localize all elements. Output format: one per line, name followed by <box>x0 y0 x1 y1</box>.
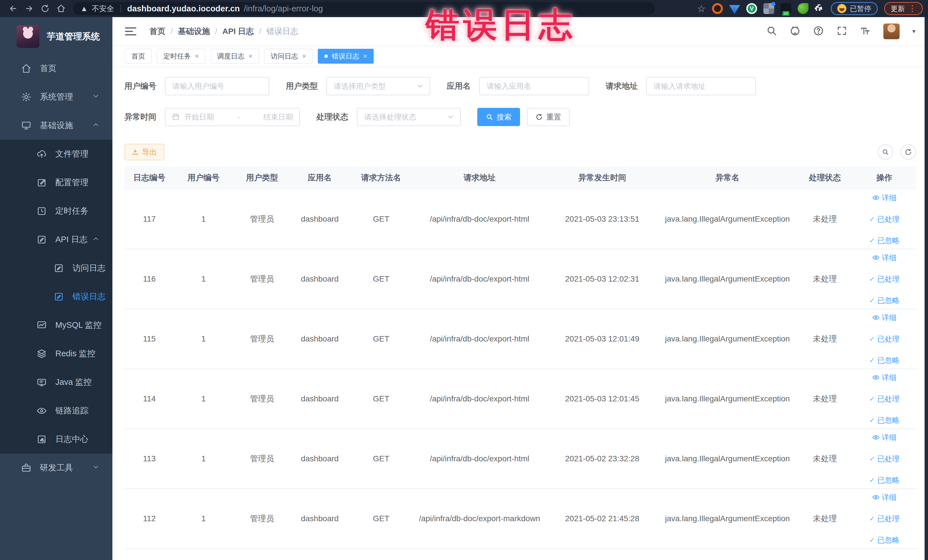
forward-icon[interactable] <box>21 2 37 15</box>
sidebar-item-infrastructure[interactable]: 基础设施 <box>0 111 112 140</box>
mark-processed-link[interactable]: ✓ 已处理 <box>869 394 899 404</box>
cell-actions: 详细 ✓ 已处理 ✓ 已忽略 <box>854 313 914 365</box>
close-icon[interactable]: × <box>302 53 306 60</box>
help-icon[interactable] <box>813 25 824 37</box>
sidebar-item-scheduled-jobs[interactable]: 定时任务 <box>0 197 112 225</box>
cell-actions: 详细 ✓ 已处理 ✓ 已忽略 <box>854 193 914 246</box>
detail-link[interactable]: 详细 <box>872 313 897 323</box>
process-status-label: 处理状态 <box>316 111 348 122</box>
sidebar-item-access-log[interactable]: 访问日志 <box>0 254 112 282</box>
user-id-input[interactable] <box>165 77 269 95</box>
sidebar-item-dev-tools[interactable]: 研发工具 <box>0 453 112 482</box>
tab-schedule-log[interactable]: 调度日志× <box>211 49 259 64</box>
mark-ignored-link[interactable]: ✓ 已忽略 <box>869 356 899 365</box>
process-status-select[interactable]: 请选择处理状态 <box>357 108 461 126</box>
refresh-table-button[interactable] <box>901 144 916 160</box>
fullscreen-icon[interactable] <box>836 25 847 37</box>
tab-error-log[interactable]: 错误日志× <box>318 49 374 64</box>
detail-link[interactable]: 详细 <box>872 193 897 203</box>
tab-home[interactable]: 首页 <box>125 49 152 64</box>
profile-emoji-icon <box>837 4 846 13</box>
security-label: 不安全 <box>92 4 114 14</box>
cell-user-id: 1 <box>174 454 233 463</box>
toolbox-icon <box>21 463 31 473</box>
app-name-input[interactable] <box>479 77 589 95</box>
breadcrumb-api-log[interactable]: API 日志 <box>223 26 254 37</box>
cell-request-url: /api/infra/db-doc/export-html <box>414 454 545 463</box>
cell-app-name: dashboard <box>291 215 348 224</box>
mark-processed-link[interactable]: ✓ 已处理 <box>869 334 899 344</box>
extension-icon-orange[interactable] <box>712 3 723 14</box>
sidebar-item-java-monitor[interactable]: Java 监控 <box>0 368 112 397</box>
extension-icon-leaf[interactable] <box>798 3 809 14</box>
profile-paused-chip[interactable]: 已暂停 <box>831 2 878 15</box>
url-bar[interactable]: ▲ 不安全 dashboard.yudao.iocoder.cn/infra/l… <box>73 2 655 15</box>
browser-menu-icon[interactable]: ⋮ <box>908 6 916 11</box>
cell-user-id: 1 <box>174 215 233 224</box>
sidebar-item-redis-monitor[interactable]: Redis 监控 <box>0 339 112 368</box>
sidebar-collapse-icon[interactable] <box>125 27 136 35</box>
search-button[interactable]: 搜索 <box>477 108 520 126</box>
extension-icon-grid[interactable] <box>763 3 774 14</box>
breadcrumb-home[interactable]: 首页 <box>150 26 165 37</box>
request-url-input[interactable] <box>646 77 756 95</box>
mark-processed-link[interactable]: ✓ 已处理 <box>869 514 899 524</box>
toggle-search-button[interactable] <box>878 144 893 160</box>
cell-process-status: 未处理 <box>796 334 854 344</box>
avatar-caret-icon[interactable]: ▾ <box>912 27 916 35</box>
sidebar-item-file-mgmt[interactable]: 文件管理 <box>0 140 112 168</box>
sidebar-item-system-mgmt[interactable]: 系统管理 <box>0 83 112 111</box>
breadcrumb-infrastructure[interactable]: 基础设施 <box>178 26 210 37</box>
detail-link[interactable]: 详细 <box>872 372 897 383</box>
update-chrome-button[interactable]: 更新 ⋮ <box>884 2 923 15</box>
home-icon <box>21 63 31 73</box>
detail-link[interactable]: 详细 <box>872 492 897 502</box>
sidebar-item-error-log[interactable]: 错误日志 <box>0 282 112 311</box>
reset-button[interactable]: 重置 <box>527 108 570 126</box>
export-button[interactable]: 导出 <box>124 144 164 160</box>
home-icon[interactable] <box>53 2 69 15</box>
cell-app-name: dashboard <box>291 454 348 463</box>
mark-ignored-link[interactable]: ✓ 已忽略 <box>869 415 899 425</box>
mark-processed-link[interactable]: ✓ 已处理 <box>869 274 899 284</box>
mark-processed-link[interactable]: ✓ 已处理 <box>869 454 899 464</box>
mark-ignored-link[interactable]: ✓ 已忽略 <box>869 535 899 545</box>
eye-icon <box>37 406 47 416</box>
sidebar-item-config-mgmt[interactable]: 配置管理 <box>0 168 112 197</box>
mark-ignored-link[interactable]: ✓ 已忽略 <box>869 296 899 305</box>
app-logo <box>17 25 40 48</box>
close-icon[interactable]: × <box>249 53 252 60</box>
sidebar-item-tracing[interactable]: 链路追踪 <box>0 397 112 425</box>
scrollbar[interactable] <box>925 17 928 560</box>
avatar[interactable] <box>883 23 900 40</box>
extensions-puzzle-icon[interactable] <box>815 3 824 14</box>
extension-icon-green-v[interactable]: V <box>746 3 757 14</box>
cell-method: GET <box>348 514 414 523</box>
mark-processed-link[interactable]: ✓ 已处理 <box>869 214 899 224</box>
cell-user-type: 管理员 <box>233 453 291 464</box>
extension-icon-blue-shield[interactable] <box>729 3 740 14</box>
search-icon[interactable] <box>766 25 777 37</box>
tab-scheduled-jobs[interactable]: 定时任务× <box>157 49 205 64</box>
bookmark-star-icon[interactable]: ☆ <box>697 3 706 14</box>
mark-ignored-link[interactable]: ✓ 已忽略 <box>869 475 899 485</box>
sidebar-item-mysql-monitor[interactable]: MySQL 监控 <box>0 311 112 339</box>
exception-time-range-picker[interactable]: 开始日期 - 结束日期 <box>165 108 300 126</box>
font-size-icon[interactable] <box>860 25 871 37</box>
sidebar: 芋道管理系统 首页 系统管理 基础设施 文件管理 <box>0 17 112 560</box>
sidebar-item-api-log[interactable]: API 日志 <box>0 225 112 254</box>
sidebar-item-home[interactable]: 首页 <box>0 54 112 83</box>
extension-icon-switch-on[interactable] <box>780 3 791 14</box>
user-type-select[interactable]: 请选择用户类型 <box>327 77 430 95</box>
detail-link[interactable]: 详细 <box>872 432 897 443</box>
reload-icon[interactable] <box>37 2 53 15</box>
omnibox-divider <box>121 5 121 12</box>
close-icon[interactable]: × <box>195 53 199 60</box>
mark-ignored-link[interactable]: ✓ 已忽略 <box>869 236 899 246</box>
detail-link[interactable]: 详细 <box>872 253 897 263</box>
sidebar-item-log-center[interactable]: 日志中心 <box>0 425 112 453</box>
tab-access-log[interactable]: 访问日志× <box>264 49 313 64</box>
close-icon[interactable]: × <box>363 53 367 60</box>
back-icon[interactable] <box>5 2 21 15</box>
github-icon[interactable] <box>790 25 800 37</box>
